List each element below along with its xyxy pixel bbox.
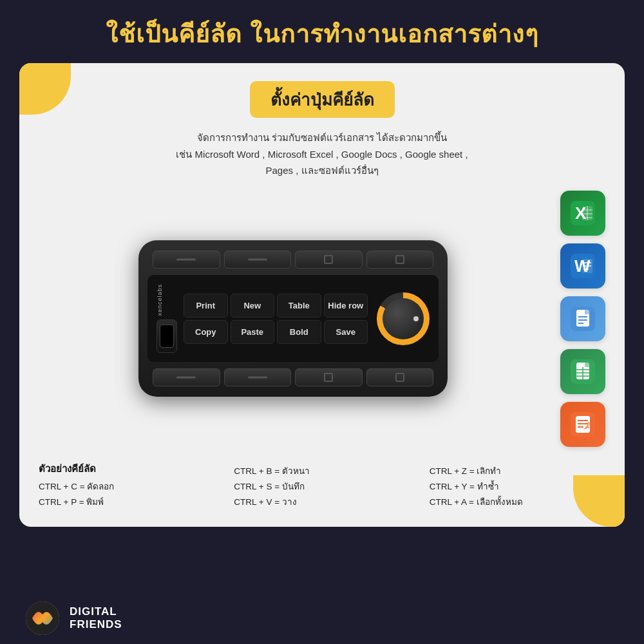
key-switch[interactable] [156, 319, 177, 353]
footer-subtitle: FRIENDS [70, 618, 122, 631]
shortcut-section: ตัวอย่างคีย์ลัด CTRL + C = คัดลอก CTRL +… [39, 461, 605, 512]
pages-icon [571, 412, 595, 437]
device: xencelabs Print New Table Hide row [138, 240, 448, 397]
badge-center: ตั้งค่าปุ่มคีย์ลัด [39, 81, 605, 129]
shortcut-item-ctrl-y: CTRL + Y = ทำซ้ำ [430, 480, 605, 493]
shortcut-col-3: CTRL + Z = เลิกทำ CTRL + Y = ทำซ้ำ CTRL … [430, 461, 605, 512]
knob-middle[interactable] [383, 298, 424, 339]
app-icon-pages [560, 402, 605, 447]
key-table[interactable]: Table [277, 294, 321, 317]
shortcut-item-ctrl-z: CTRL + Z = เลิกทำ [430, 465, 605, 478]
shortcut-item-ctrl-s: CTRL + S = บันทึก [234, 480, 410, 493]
badge-label: ตั้งค่าปุ่มคีย์ลัด [270, 90, 374, 109]
key-left: xencelabs [154, 284, 177, 354]
shortcut-header-1: ตัวอย่างคีย์ลัด [39, 461, 214, 477]
excel-icon: X [571, 201, 595, 225]
word-icon: W [571, 254, 595, 278]
key-save[interactable]: Save [324, 320, 368, 344]
app-icon-word: W [560, 243, 605, 289]
footer: DIGITAL FRIENDS [0, 592, 644, 644]
shortcut-item-ctrl-b: CTRL + B = ตัวหนา [234, 465, 410, 478]
desc-line1: จัดการการทำงาน ร่วมกับซอฟต์แวร์เอกสาร ได… [39, 129, 605, 146]
shortcut-item-ctrl-c: CTRL + C = คัดลอก [39, 480, 214, 493]
description: จัดการการทำงาน ร่วมกับซอฟต์แวร์เอกสาร ได… [39, 129, 605, 179]
key-bold[interactable]: Bold [277, 320, 321, 344]
device-top-buttons [147, 251, 439, 269]
knob-wrap [374, 292, 432, 345]
digital-friends-logo [26, 601, 59, 635]
dev-btn-b3[interactable] [295, 368, 363, 386]
dev-btn-3[interactable] [295, 251, 363, 269]
knob-dot [413, 316, 419, 321]
key-grid: Print New Table Hide row Copy Paste Bold… [184, 294, 368, 344]
shortcut-col-2: CTRL + B = ตัวหนา CTRL + S = บันทึก CTRL… [234, 461, 410, 512]
device-bottom-buttons [147, 368, 439, 386]
brand-logo-icon [26, 601, 59, 635]
shortcut-item-ctrl-v: CTRL + V = วาง [234, 496, 410, 509]
knob-outer[interactable] [377, 292, 430, 345]
key-copy[interactable]: Copy [184, 320, 228, 344]
svg-point-31 [587, 422, 591, 426]
dev-btn-b4[interactable] [366, 368, 434, 386]
footer-text-wrap: DIGITAL FRIENDS [70, 605, 122, 631]
setting-badge: ตั้งค่าปุ่มคีย์ลัด [250, 81, 395, 118]
shortcut-item-ctrl-p: CTRL + P = พิมพ์ [39, 496, 214, 509]
device-wrap: xencelabs Print New Table Hide row [39, 240, 547, 397]
main-container: ใช้เป็นคีย์ลัด ในการทำงานเอกสารต่างๆ ตั้… [0, 0, 644, 644]
key-paste[interactable]: Paste [231, 320, 275, 344]
shortcut-item-ctrl-a: CTRL + A = เลือกทั้งหมด [430, 496, 605, 509]
main-content-row: xencelabs Print New Table Hide row [39, 191, 605, 447]
dev-btn-b1[interactable] [153, 368, 220, 386]
top-banner: ใช้เป็นคีย์ลัด ในการทำงานเอกสารต่างๆ [0, 0, 644, 63]
device-screen: xencelabs Print New Table Hide row [147, 275, 439, 363]
app-icon-gdocs [560, 296, 605, 341]
page-title: ใช้เป็นคีย์ลัด ในการทำงานเอกสารต่างๆ [26, 14, 618, 53]
shortcut-col-1: ตัวอย่างคีย์ลัด CTRL + C = คัดลอก CTRL +… [39, 461, 214, 512]
key-hiderow[interactable]: Hide row [324, 294, 368, 317]
desc-line2: เช่น Microsoft Word , Microsoft Excel , … [39, 146, 605, 163]
gsheets-icon [571, 359, 595, 384]
brand-logo: xencelabs [156, 284, 163, 316]
key-print[interactable]: Print [184, 294, 228, 317]
svg-rect-15 [585, 310, 589, 314]
app-icon-excel: X [560, 191, 605, 236]
dev-btn-2[interactable] [224, 251, 292, 269]
gdocs-icon [571, 307, 595, 331]
key-new[interactable]: New [231, 294, 275, 317]
key-switch-inner [160, 325, 174, 348]
footer-title: DIGITAL [70, 605, 122, 618]
dev-btn-1[interactable] [153, 251, 220, 269]
svg-rect-21 [585, 363, 589, 367]
card-inner: ตั้งค่าปุ่มคีย์ลัด จัดการการทำงาน ร่วมกั… [39, 81, 605, 511]
content-card: ตั้งค่าปุ่มคีย์ลัด จัดการการทำงาน ร่วมกั… [19, 63, 625, 527]
app-icons: X W [560, 191, 605, 447]
app-icon-gsheets [560, 349, 605, 394]
desc-line3: Pages , และซอฟต์แวร์อื่นๆ [39, 162, 605, 179]
dev-btn-b2[interactable] [224, 368, 292, 386]
dev-btn-4[interactable] [366, 251, 434, 269]
